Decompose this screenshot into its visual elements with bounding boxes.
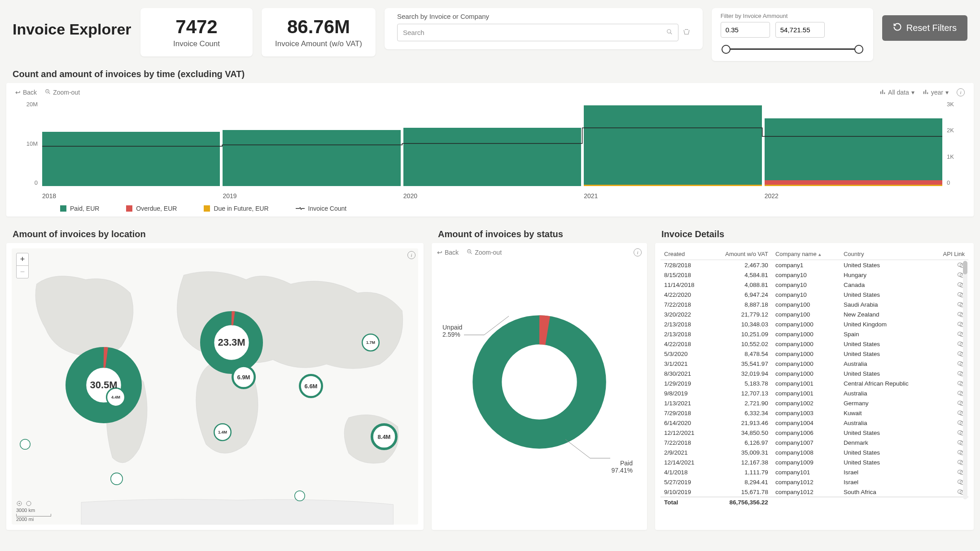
map-bubble-north-america[interactable]: 30.5M (66, 347, 142, 423)
kpi-amount-label: Invoice Amount (w/o VAT) (275, 39, 362, 48)
table-row[interactable]: 9/10/201915,671.78company1012South Afric… (661, 487, 968, 497)
table-row[interactable]: 4/1/20181,111.79company101Israel (661, 467, 968, 477)
svg-point-19 (20, 439, 31, 450)
search-input[interactable]: Search (397, 24, 678, 41)
table-row[interactable]: 5/3/20208,478.54company1000United States (661, 349, 968, 359)
svg-line-27 (470, 252, 472, 254)
legend-count[interactable]: Invoice Count (296, 205, 347, 212)
map-bubble-east-asia[interactable]: 1.7M (362, 334, 380, 351)
filter-min-input[interactable] (721, 22, 770, 38)
details-table-wrap[interactable]: Created Amount w/o VAT Company name▲ Cou… (661, 248, 968, 513)
info-icon[interactable]: i (407, 251, 416, 259)
time-xaxis-label: 2022 (765, 192, 942, 200)
table-row[interactable]: 9/8/201912,707.13company1001Australia (661, 388, 968, 398)
table-row[interactable]: 3/20/202221,779.12company100New Zealand (661, 309, 968, 319)
details-title: Invoice Details (655, 221, 974, 243)
time-bar-2018[interactable] (42, 101, 220, 186)
table-row[interactable]: 2/13/201810,348.03company1000United King… (661, 319, 968, 329)
time-bar-2022[interactable] (765, 101, 942, 186)
kpi-count-label: Invoice Count (154, 39, 239, 48)
scrollbar-thumb[interactable] (963, 261, 967, 274)
reset-filters-button[interactable]: Reset Filters (882, 15, 967, 41)
map-zoom-in[interactable]: + (17, 253, 28, 266)
table-row[interactable]: 1/13/20212,721.90company1002Germany (661, 398, 968, 408)
time-back-button[interactable]: ↩ Back (15, 89, 37, 96)
filter-max-input[interactable] (775, 22, 825, 38)
col-country[interactable]: Country (840, 248, 932, 260)
status-donut[interactable]: Unpaid 2.59% Paid 97.41% (437, 256, 642, 508)
table-row[interactable]: 7/22/20188,887.18company100Saudi Arabia (661, 299, 968, 309)
time-xaxis: 20182019202020212022 (42, 192, 942, 200)
time-bar-2020[interactable] (403, 101, 581, 186)
col-company[interactable]: Company name▲ (772, 248, 840, 260)
map-bubble-south-asia[interactable]: 6.6M (299, 374, 323, 398)
svg-point-28 (487, 330, 592, 434)
time-chart-area[interactable]: 20M 10M 0 3K 2K 1K 0 2018201920202021202… (15, 101, 965, 200)
table-scrollbar[interactable] (963, 261, 967, 499)
map-bubble-south-atlantic[interactable] (294, 490, 305, 501)
kpi-amount-value: 86.76M (275, 16, 362, 38)
status-back-button[interactable]: ↩ Back (437, 249, 459, 256)
filter-amount-card: Filter by Invoice Ammount (712, 8, 873, 61)
status-zoomout-button[interactable]: Zoom-out (467, 249, 502, 256)
kpi-invoice-amount: 86.76M Invoice Amount (w/o VAT) (262, 8, 376, 56)
table-row[interactable]: 7/29/20186,332.34company1003Kuwait (661, 408, 968, 418)
table-row[interactable]: 4/22/201810,552.02company1000United Stat… (661, 339, 968, 349)
table-row[interactable]: 4/22/20206,947.24company10United States (661, 290, 968, 299)
map-bubble-europe[interactable]: 23.3M (200, 311, 263, 374)
map-bubble-south-america-south[interactable] (110, 473, 123, 485)
table-row[interactable]: 11/14/20184,088.81company10Canada (661, 280, 968, 290)
col-amount[interactable]: Amount w/o VAT (708, 248, 772, 260)
map-bubble-australia[interactable]: 8.4M (371, 423, 398, 450)
col-created[interactable]: Created (661, 248, 708, 260)
filter-range-slider[interactable] (721, 44, 864, 55)
table-row[interactable]: 2/13/201810,251.09company1000Spain (661, 329, 968, 339)
map-bubble-pacific-small[interactable] (20, 439, 31, 450)
svg-point-0 (667, 30, 671, 33)
info-icon[interactable]: i (957, 88, 965, 96)
time-bar-2019[interactable] (223, 101, 400, 186)
filter-label: Filter by Invoice Ammount (721, 13, 864, 19)
location-panel: 30.5M23.3M6.9M6.6M1.7M8.4M4.4M1.4M + − i… (6, 243, 424, 530)
legend-overdue[interactable]: Overdue, EUR (126, 205, 177, 212)
table-row[interactable]: 5/27/20198,294.41company1012Israel (661, 477, 968, 487)
info-icon[interactable]: i (634, 248, 642, 256)
svg-rect-6 (882, 90, 883, 94)
unpaid-label: Unpaid 2.59% (442, 324, 462, 338)
clear-icon[interactable] (683, 28, 690, 37)
table-row[interactable]: 8/15/20184,584.81company10Hungary (661, 270, 968, 280)
svg-line-1 (670, 33, 672, 35)
time-bar-2021[interactable] (584, 101, 761, 186)
time-bars (42, 101, 942, 186)
legend-paid[interactable]: Paid, EUR (60, 205, 99, 212)
page-title: Invoice Explorer (13, 8, 131, 38)
time-year-dropdown[interactable]: year ▾ (923, 89, 949, 96)
range-thumb-max[interactable] (854, 45, 863, 54)
table-row[interactable]: 12/14/202112,167.38company1009United Sta… (661, 457, 968, 467)
time-alldata-dropdown[interactable]: All data ▾ (879, 89, 914, 96)
time-zoomout-button[interactable]: Zoom-out (45, 89, 80, 96)
time-xaxis-label: 2021 (584, 192, 761, 200)
kpi-count-value: 7472 (154, 16, 239, 38)
table-row[interactable]: 2/9/202135,009.31company1008United State… (661, 447, 968, 457)
table-row[interactable]: 12/12/202134,850.50company1006United Sta… (661, 428, 968, 438)
map-zoom-out[interactable]: − (17, 266, 28, 278)
map-area[interactable]: 30.5M23.3M6.9M6.6M1.7M8.4M4.4M1.4M (12, 248, 418, 525)
status-title: Amount of invoices by status (432, 221, 647, 243)
search-icon[interactable] (666, 29, 673, 36)
zoom-out-icon (45, 89, 51, 96)
table-row[interactable]: 1/29/20195,183.78company1001Central Afri… (661, 378, 968, 388)
col-api[interactable]: API Link (932, 248, 968, 260)
svg-point-23 (19, 503, 20, 504)
svg-point-24 (26, 501, 31, 506)
map-bubble-africa[interactable]: 1.4M (214, 423, 232, 441)
table-row[interactable]: 8/30/202132,019.94company1000United Stat… (661, 369, 968, 378)
table-row[interactable]: 7/22/20186,126.97company1007Denmark (661, 438, 968, 447)
table-row[interactable]: 3/1/202135,541.97company1000Australia (661, 359, 968, 369)
table-row[interactable]: 7/28/20182,467.30company1United States (661, 260, 968, 270)
range-thumb-min[interactable] (722, 45, 731, 54)
legend-swatch-overdue (126, 205, 132, 212)
legend-future[interactable]: Due in Future, EUR (204, 205, 268, 212)
map-bubble-middle-east[interactable]: 6.9M (232, 365, 256, 389)
table-row[interactable]: 6/14/202021,913.46company1004Australia (661, 418, 968, 428)
